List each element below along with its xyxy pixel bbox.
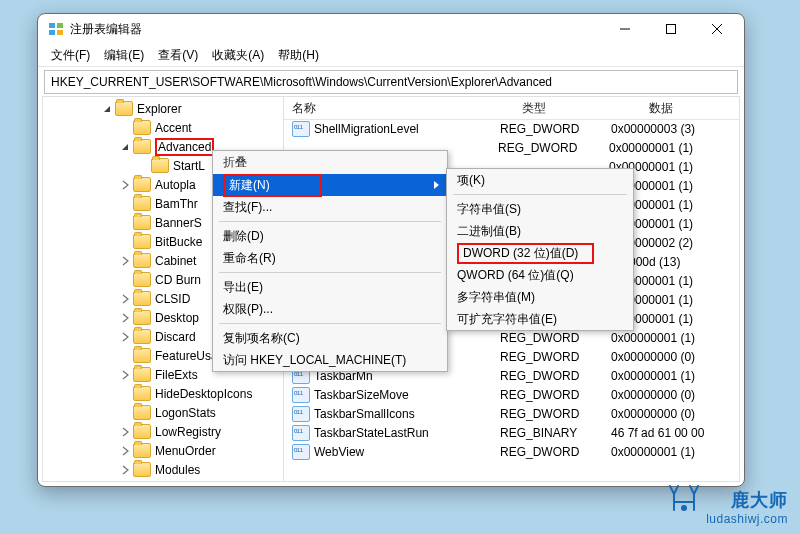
chevron-down-icon[interactable] xyxy=(101,103,113,115)
menu-item[interactable]: 二进制值(B) xyxy=(447,220,633,242)
tree-item[interactable]: HideDesktopIcons xyxy=(43,384,283,403)
tree-item[interactable]: LowRegistry xyxy=(43,422,283,441)
tree-label: CD Burn xyxy=(155,273,201,287)
menu-item[interactable]: 字符串值(S) xyxy=(447,198,633,220)
tree-label: Explorer xyxy=(137,102,182,116)
close-button[interactable] xyxy=(694,14,740,44)
value-name: TaskbarStateLastRun xyxy=(314,426,500,440)
address-bar[interactable]: HKEY_CURRENT_USER\SOFTWARE\Microsoft\Win… xyxy=(44,70,738,94)
menu-item[interactable]: 多字符串值(M) xyxy=(447,286,633,308)
chevron-right-icon[interactable] xyxy=(119,426,131,438)
tree-label: Desktop xyxy=(155,311,199,325)
chevron-right-icon[interactable] xyxy=(119,369,131,381)
menu-item[interactable]: QWORD (64 位)值(Q) xyxy=(447,264,633,286)
menu-item-label: 复制项名称(C) xyxy=(223,330,300,347)
folder-icon xyxy=(133,386,151,401)
folder-icon xyxy=(133,272,151,287)
menu-item[interactable]: 访问 HKEY_LOCAL_MACHINE(T) xyxy=(213,349,447,371)
menu-item[interactable]: 导出(E) xyxy=(213,276,447,298)
col-data[interactable]: 数据 xyxy=(641,100,739,117)
chevron-right-icon[interactable] xyxy=(119,350,131,362)
tree-item[interactable]: Accent xyxy=(43,118,283,137)
tree-label: BitBucke xyxy=(155,235,202,249)
list-row[interactable]: WebViewREG_DWORD0x00000001 (1) xyxy=(284,442,739,461)
menu-item[interactable]: 复制项名称(C) xyxy=(213,327,447,349)
titlebar[interactable]: 注册表编辑器 xyxy=(38,14,744,44)
menu-separator xyxy=(453,194,627,195)
list-row[interactable]: TaskbarSmallIconsREG_DWORD0x00000000 (0) xyxy=(284,404,739,423)
tree-label: CLSID xyxy=(155,292,190,306)
folder-icon xyxy=(151,158,169,173)
tree-label: Accent xyxy=(155,121,192,135)
list-row[interactable]: ShellMigrationLevelREG_DWORD0x00000003 (… xyxy=(284,119,739,138)
col-type[interactable]: 类型 xyxy=(514,100,641,117)
chevron-right-icon[interactable] xyxy=(119,236,131,248)
tree-item[interactable]: MenuOrder xyxy=(43,441,283,460)
menu-item[interactable]: DWORD (32 位)值(D) xyxy=(447,242,633,264)
minimize-button[interactable] xyxy=(602,14,648,44)
list-row[interactable]: TaskbarStateLastRunREG_BINARY46 7f ad 61… xyxy=(284,423,739,442)
menu-item-label: 访问 HKEY_LOCAL_MACHINE(T) xyxy=(223,352,406,369)
menu-help[interactable]: 帮助(H) xyxy=(271,47,326,64)
folder-icon xyxy=(133,196,151,211)
menu-item[interactable]: 新建(N) xyxy=(213,174,447,196)
tree-label: HideDesktopIcons xyxy=(155,387,252,401)
chevron-right-icon[interactable] xyxy=(119,331,131,343)
chevron-right-icon[interactable] xyxy=(119,293,131,305)
tree-label: FileExts xyxy=(155,368,198,382)
chevron-right-icon[interactable] xyxy=(119,274,131,286)
folder-icon xyxy=(133,424,151,439)
dword-icon xyxy=(292,444,310,460)
chevron-right-icon[interactable] xyxy=(119,179,131,191)
menu-file[interactable]: 文件(F) xyxy=(44,47,97,64)
menu-edit[interactable]: 编辑(E) xyxy=(97,47,151,64)
tree-item[interactable]: Explorer xyxy=(43,99,283,118)
tree-label: Autopla xyxy=(155,178,196,192)
folder-icon xyxy=(133,367,151,382)
menubar: 文件(F) 编辑(E) 查看(V) 收藏夹(A) 帮助(H) xyxy=(38,44,744,67)
column-headers: 名称 类型 数据 xyxy=(284,97,739,120)
svg-rect-3 xyxy=(57,30,63,35)
menu-item[interactable]: 删除(D) xyxy=(213,225,447,247)
menu-item-label: 二进制值(B) xyxy=(457,223,521,240)
chevron-right-icon[interactable] xyxy=(119,445,131,457)
value-type: REG_BINARY xyxy=(500,426,611,440)
col-name[interactable]: 名称 xyxy=(284,100,514,117)
list-row[interactable]: TaskbarSizeMoveREG_DWORD0x00000000 (0) xyxy=(284,385,739,404)
svg-rect-5 xyxy=(667,25,676,34)
chevron-right-icon[interactable] xyxy=(119,122,131,134)
chevron-right-icon[interactable] xyxy=(119,198,131,210)
maximize-button[interactable] xyxy=(648,14,694,44)
tree-label: BannerS xyxy=(155,216,202,230)
menu-item[interactable]: 可扩充字符串值(E) xyxy=(447,308,633,330)
folder-icon xyxy=(133,348,151,363)
tree-item[interactable]: Modules xyxy=(43,460,283,479)
chevron-right-icon[interactable] xyxy=(119,255,131,267)
chevron-right-icon[interactable] xyxy=(137,160,149,172)
chevron-right-icon[interactable] xyxy=(119,407,131,419)
menu-item[interactable]: 项(K) xyxy=(447,169,633,191)
menu-separator xyxy=(219,272,441,273)
menu-item[interactable]: 重命名(R) xyxy=(213,247,447,269)
tree-label: Cabinet xyxy=(155,254,196,268)
menu-item-label: 删除(D) xyxy=(223,228,264,245)
context-menu-primary[interactable]: 折叠新建(N)查找(F)...删除(D)重命名(R)导出(E)权限(P)...复… xyxy=(212,150,448,372)
chevron-right-icon[interactable] xyxy=(119,217,131,229)
chevron-right-icon[interactable] xyxy=(119,388,131,400)
value-type: REG_DWORD xyxy=(500,445,611,459)
value-type: REG_DWORD xyxy=(500,369,611,383)
value-data: 46 7f ad 61 00 00 xyxy=(611,426,704,440)
svg-point-8 xyxy=(682,506,686,510)
tree-label: Modules xyxy=(155,463,200,477)
menu-favorites[interactable]: 收藏夹(A) xyxy=(205,47,271,64)
tree-item[interactable]: LogonStats xyxy=(43,403,283,422)
chevron-down-icon[interactable] xyxy=(119,141,131,153)
menu-item[interactable]: 权限(P)... xyxy=(213,298,447,320)
menu-item[interactable]: 查找(F)... xyxy=(213,196,447,218)
menu-view[interactable]: 查看(V) xyxy=(151,47,205,64)
chevron-right-icon[interactable] xyxy=(119,464,131,476)
chevron-right-icon[interactable] xyxy=(119,312,131,324)
context-menu-new[interactable]: 项(K)字符串值(S)二进制值(B)DWORD (32 位)值(D)QWORD … xyxy=(446,168,634,331)
tree-label: LogonStats xyxy=(155,406,216,420)
svg-rect-2 xyxy=(49,30,55,35)
